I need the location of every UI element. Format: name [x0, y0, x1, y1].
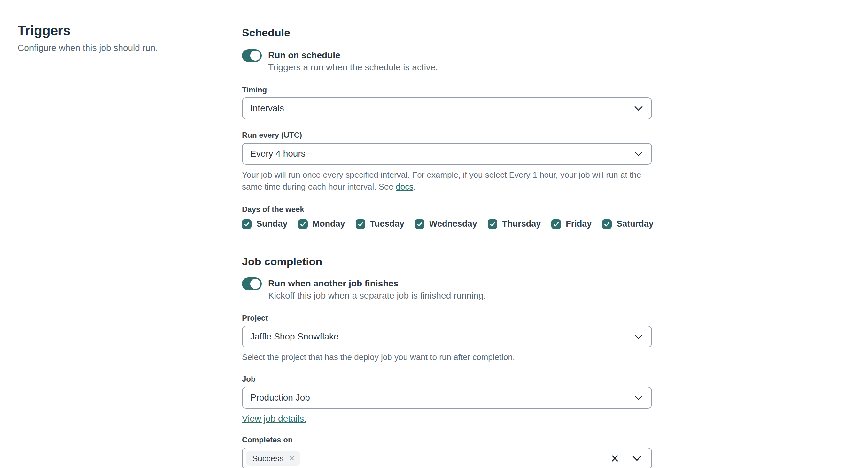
day-checkbox-wednesday[interactable]: Wednesday [415, 219, 477, 229]
run-on-schedule-toggle[interactable] [242, 49, 262, 62]
toggle-knob [250, 279, 260, 289]
days-of-week-label: Days of the week [242, 205, 652, 214]
chevron-down-icon [634, 395, 643, 401]
day-checkbox-friday[interactable]: Friday [551, 219, 592, 229]
checkbox-checked-icon [356, 219, 365, 229]
completes-on-multiselect[interactable]: Success ✕ [242, 447, 652, 468]
chevron-down-icon [634, 106, 643, 111]
run-when-job-finishes-toggle[interactable] [242, 278, 262, 290]
run-on-schedule-label: Run on schedule [268, 49, 438, 61]
checkbox-checked-icon [242, 219, 251, 229]
run-every-label: Run every (UTC) [242, 131, 652, 140]
day-checkbox-tuesday[interactable]: Tuesday [356, 219, 405, 229]
triggers-form: Schedule Run on schedule Triggers a run … [242, 26, 652, 468]
view-job-details-link[interactable]: View job details. [242, 414, 307, 424]
run-every-select[interactable]: Every 4 hours [242, 143, 652, 165]
job-select[interactable]: Production Job [242, 387, 652, 409]
timing-label: Timing [242, 85, 652, 94]
run-on-schedule-description: Triggers a run when the schedule is acti… [268, 61, 438, 73]
run-when-job-finishes-row: Run when another job finishes Kickoff th… [242, 278, 652, 302]
timing-select-value: Intervals [250, 103, 634, 114]
job-select-value: Production Job [250, 393, 634, 403]
tag-label: Success [252, 454, 283, 464]
job-label: Job [242, 375, 652, 384]
checkbox-checked-icon [551, 219, 561, 229]
toggle-knob [250, 51, 260, 61]
timing-select[interactable]: Intervals [242, 97, 652, 119]
page-subtitle: Configure when this job should run. [18, 43, 216, 53]
run-when-job-finishes-description: Kickoff this job when a separate job is … [268, 290, 486, 302]
chevron-down-icon [634, 151, 643, 157]
day-checkbox-monday[interactable]: Monday [298, 219, 345, 229]
checkbox-checked-icon [415, 219, 425, 229]
run-every-select-value: Every 4 hours [250, 149, 634, 159]
remove-tag-icon[interactable]: ✕ [288, 455, 294, 462]
checkbox-checked-icon [602, 219, 612, 229]
run-on-schedule-row: Run on schedule Triggers a run when the … [242, 49, 652, 73]
checkbox-checked-icon [298, 219, 308, 229]
project-help: Select the project that has the deploy j… [242, 351, 652, 363]
completes-on-tag-success: Success ✕ [246, 451, 300, 466]
project-select-value: Jaffle Shop Snowflake [250, 332, 634, 342]
day-checkbox-sunday[interactable]: Sunday [242, 219, 288, 229]
chevron-down-icon [634, 334, 643, 340]
days-of-week-group: Sunday Monday Tuesday Wednesday [242, 219, 652, 229]
day-checkbox-saturday[interactable]: Saturday [602, 219, 654, 229]
project-label: Project [242, 314, 652, 322]
docs-link[interactable]: docs [396, 182, 413, 191]
completes-on-label: Completes on [242, 435, 652, 444]
checkbox-checked-icon [488, 219, 497, 229]
chevron-down-icon[interactable] [632, 456, 642, 461]
page-title: Triggers [18, 23, 216, 38]
clear-all-icon[interactable] [611, 455, 619, 462]
project-select[interactable]: Jaffle Shop Snowflake [242, 326, 652, 347]
run-when-job-finishes-label: Run when another job finishes [268, 278, 486, 290]
run-every-help: Your job will run once every specified i… [242, 169, 652, 193]
day-checkbox-thursday[interactable]: Thursday [488, 219, 541, 229]
schedule-heading: Schedule [242, 26, 652, 39]
section-intro: Triggers Configure when this job should … [18, 23, 216, 53]
job-completion-heading: Job completion [242, 255, 652, 268]
